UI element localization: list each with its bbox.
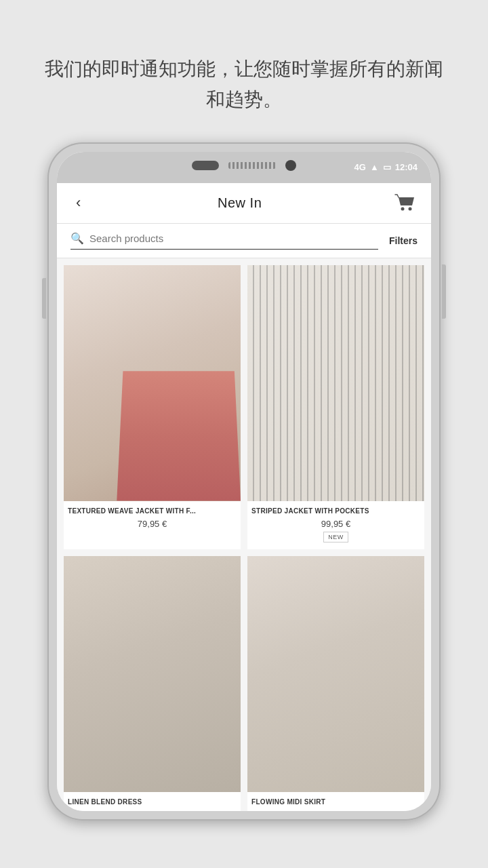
front-camera <box>285 160 296 171</box>
search-bar: 🔍 <box>70 232 378 250</box>
product-card[interactable]: LINEN BLEND DRESS 59,95 € <box>64 556 241 811</box>
svg-point-0 <box>401 208 404 211</box>
product-thumbnail <box>247 265 424 501</box>
svg-point-1 <box>408 208 411 211</box>
back-button[interactable]: ‹ <box>70 189 86 217</box>
product-name: LINEN BLEND DRESS <box>68 797 237 807</box>
product-info: STRIPED JACKET WITH POCKETS 99,95 € NEW <box>247 501 424 549</box>
product-info: FLOWING MIDI SKIRT 49,95 € <box>247 792 424 811</box>
page-title: New In <box>218 195 262 211</box>
product-image <box>247 265 424 501</box>
search-input[interactable] <box>89 233 378 244</box>
product-price: 99,95 € <box>251 519 420 529</box>
product-image <box>64 265 241 501</box>
cart-button[interactable] <box>393 191 418 215</box>
product-thumbnail <box>64 265 241 501</box>
camera-pill <box>192 161 219 170</box>
product-name: FLOWING MIDI SKIRT <box>251 797 420 807</box>
phone-frame: 4G ▲ ▭ 12:04 ‹ New In 🔍 <box>47 142 441 821</box>
product-price: 49,95 € <box>251 810 420 811</box>
product-thumbnail <box>247 556 424 792</box>
promo-description: 我们的即时通知功能，让您随时掌握所有的新闻和趋势。 <box>0 54 488 115</box>
product-info: LINEN BLEND DRESS 59,95 € <box>64 792 241 811</box>
product-info: TEXTURED WEAVE JACKET WITH F... 79,95 € <box>64 501 241 536</box>
phone-screen: 4G ▲ ▭ 12:04 ‹ New In 🔍 <box>57 152 431 811</box>
filters-button[interactable]: Filters <box>378 235 418 246</box>
signal-icon: ▲ <box>370 162 379 172</box>
product-thumbnail <box>64 556 241 792</box>
product-price: 79,95 € <box>68 519 237 529</box>
product-name: STRIPED JACKET WITH POCKETS <box>251 507 420 516</box>
battery-icon: ▭ <box>383 162 391 172</box>
network-indicator: 4G <box>354 162 366 172</box>
products-grid: TEXTURED WEAVE JACKET WITH F... 79,95 € … <box>57 258 431 811</box>
search-icon: 🔍 <box>70 232 84 245</box>
status-icons: 4G ▲ ▭ 12:04 <box>354 162 418 172</box>
product-card[interactable]: STRIPED JACKET WITH POCKETS 99,95 € NEW <box>247 265 424 549</box>
clock: 12:04 <box>395 162 418 172</box>
product-card[interactable]: FLOWING MIDI SKIRT 49,95 € <box>247 556 424 811</box>
product-image <box>64 556 241 792</box>
camera-area <box>192 160 296 171</box>
speaker-grille <box>228 162 276 169</box>
product-price: 59,95 € <box>68 810 237 811</box>
product-image <box>247 556 424 792</box>
new-badge: NEW <box>323 532 348 542</box>
search-section: 🔍 Filters <box>57 224 431 258</box>
product-card[interactable]: TEXTURED WEAVE JACKET WITH F... 79,95 € <box>64 265 241 549</box>
app-header: ‹ New In <box>57 183 431 224</box>
product-name: TEXTURED WEAVE JACKET WITH F... <box>68 507 237 516</box>
